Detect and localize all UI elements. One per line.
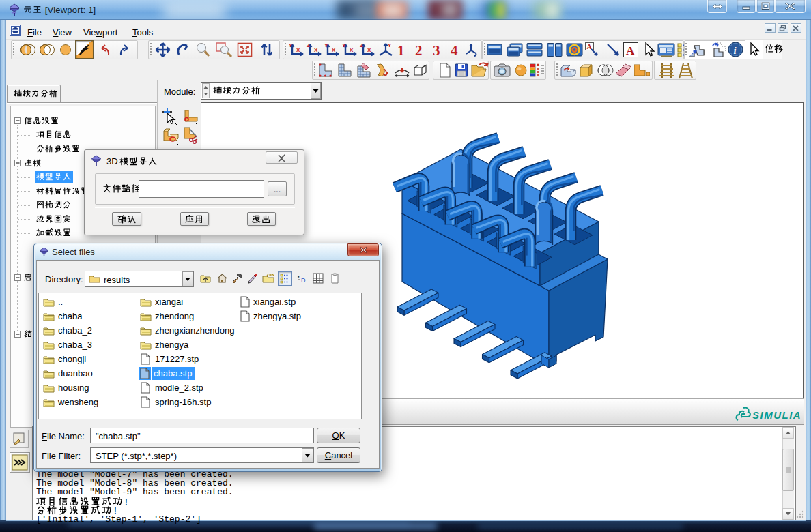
svg-text:A: A (626, 44, 635, 57)
svg-text:4: 4 (451, 42, 458, 59)
svg-text:Y: Y (289, 42, 293, 48)
svg-text:▪: ▪ (298, 274, 300, 280)
svg-text:3: 3 (433, 42, 440, 59)
svg-text:X: X (350, 47, 354, 53)
svg-text:X: X (314, 47, 318, 53)
svg-text:X: X (332, 47, 336, 53)
svg-text:D: D (301, 277, 306, 284)
svg-text:Z: Z (307, 42, 310, 48)
svg-text:X: X (367, 47, 371, 53)
svg-text:Z: Z (360, 42, 363, 48)
svg-text:Y: Y (388, 42, 392, 48)
svg-text:2: 2 (415, 42, 423, 59)
svg-text:X: X (296, 47, 300, 53)
svg-text:1: 1 (397, 42, 405, 59)
svg-text:Y: Y (342, 42, 346, 48)
svg-text:Y: Y (324, 42, 328, 48)
